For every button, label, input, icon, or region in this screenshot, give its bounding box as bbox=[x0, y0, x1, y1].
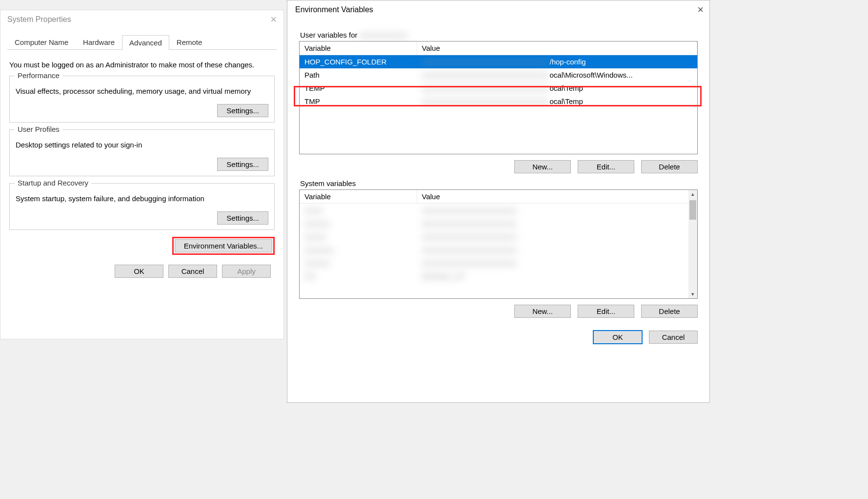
cell-value: xxxxxxxxxxxxxxxxxxxxxxxxxxxxxxxxxxxocal\… bbox=[417, 68, 697, 82]
group-legend: Startup and Recovery bbox=[15, 179, 91, 187]
col-variable[interactable]: Variable bbox=[300, 190, 417, 204]
group-legend: User Profiles bbox=[15, 125, 62, 133]
table-row[interactable]: xxxxxxxxxxxxxxxxxxxxxxxxxxxxxxxxxx bbox=[300, 243, 697, 256]
redacted: xxxxxxx bbox=[300, 256, 417, 270]
redacted: xxxxxxxxxxxxxxxxxxxxxxxxxx bbox=[417, 204, 697, 217]
cell-variable: TMP bbox=[300, 95, 417, 108]
redacted: xxxxxxxxxxxxxxxxxxxxxxxxxx bbox=[417, 230, 697, 243]
user-profiles-settings-button[interactable]: Settings... bbox=[217, 158, 268, 171]
col-value[interactable]: Value bbox=[417, 190, 697, 204]
environment-variables-button[interactable]: Environment Variables... bbox=[175, 239, 272, 252]
table-row[interactable]: TEMP xxxxxxxxxxxxxxxxxxxxxxxxxxxxxxxxxxx… bbox=[300, 82, 697, 95]
system-section-label: System variables bbox=[300, 179, 709, 187]
group-desc: Desktop settings related to your sign-in bbox=[16, 141, 268, 149]
redacted: xxxxxx bbox=[300, 230, 417, 243]
startup-settings-button[interactable]: Settings... bbox=[217, 211, 268, 225]
group-desc: System startup, system failure, and debu… bbox=[16, 194, 268, 203]
user-variables-table[interactable]: Variable Value HOP_CONFIG_FOLDER xxxxxxx… bbox=[299, 41, 698, 154]
system-delete-button[interactable]: Delete bbox=[641, 305, 698, 318]
table-row[interactable]: xxxxxxxxxxxxxxxxxxxxxxxxxxxxxxx bbox=[300, 204, 697, 217]
col-variable[interactable]: Variable bbox=[300, 42, 417, 55]
redacted: xxxxxxx bbox=[300, 217, 417, 230]
ok-button[interactable]: OK bbox=[115, 265, 163, 278]
close-icon[interactable]: × bbox=[270, 14, 277, 25]
scroll-down-icon[interactable]: ▾ bbox=[691, 291, 694, 297]
redacted-username: xxxxxxxxxxxxx bbox=[360, 31, 506, 39]
system-variables-table[interactable]: Variable Value xxxxxxxxxxxxxxxxxxxxxxxxx… bbox=[299, 189, 698, 299]
user-new-button[interactable]: New... bbox=[514, 160, 571, 173]
tab-advanced[interactable]: Advanced bbox=[122, 35, 169, 50]
cell-value: xxxxxxxxxxxxxxxxxxxxxxxxxxxxxxxxxxxocal\… bbox=[417, 82, 697, 95]
user-edit-button[interactable]: Edit... bbox=[578, 160, 634, 173]
cell-value: xxxxxxxxxxxxxxxxxxxxxxxxxxxxxxxxxxx/hop-… bbox=[417, 55, 697, 69]
titlebar: System Properties × bbox=[0, 10, 283, 28]
tab-hardware[interactable]: Hardware bbox=[76, 35, 122, 49]
tab-computer-name[interactable]: Computer Name bbox=[7, 35, 76, 49]
redacted: xxxxxxxxxxxxxxxxxxxxxxxxxx bbox=[417, 256, 697, 270]
group-desc: Visual effects, processor scheduling, me… bbox=[16, 87, 268, 95]
user-variables-section: User variables for xxxxxxxxxxxxx Variabl… bbox=[287, 31, 709, 173]
environment-variables-dialog: Environment Variables × User variables f… bbox=[287, 0, 710, 403]
user-vars-buttons: New... Edit... Delete bbox=[287, 160, 698, 173]
cell-value: xxxxxxxxxxxxxxxxxxxxxxxxxxxxxxxxxxxocal\… bbox=[417, 95, 697, 108]
group-startup-recovery: Startup and Recovery System startup, sys… bbox=[9, 183, 275, 230]
redacted: xxxxxxxxxxxxxxxxxxxxxxxxxx bbox=[417, 217, 697, 230]
table-header-row: Variable Value bbox=[300, 190, 697, 204]
intro-text: You must be logged on as an Administrato… bbox=[9, 61, 275, 69]
table-row[interactable]: OS Windows_NT bbox=[300, 270, 697, 283]
scrollbar[interactable]: ▴ ▾ bbox=[688, 190, 697, 298]
tab-remote[interactable]: Remote bbox=[169, 35, 210, 49]
env-button-highlight: Environment Variables... bbox=[172, 237, 275, 255]
table-row[interactable]: TMP xxxxxxxxxxxxxxxxxxxxxxxxxxxxxxxxxxxo… bbox=[300, 95, 697, 108]
redacted: xxxxxxxxxxxxxxxxxxxxxxxxxxxxxxxxxxx bbox=[422, 97, 550, 105]
redacted: xxxxx bbox=[300, 204, 417, 217]
redacted: xxxxxxxxxxxxxxxxxxxxxxxxxx bbox=[417, 243, 697, 256]
performance-settings-button[interactable]: Settings... bbox=[217, 104, 268, 117]
system-properties-dialog: System Properties × Computer Name Hardwa… bbox=[0, 10, 284, 339]
table-row[interactable]: xxxxxxxxxxxxxxxxxxxxxxxxxxxxxxxxx bbox=[300, 256, 697, 270]
system-new-button[interactable]: New... bbox=[514, 305, 571, 318]
redacted: xxxxxxxxxxxxxxxxxxxxxxxxxxxxxxxxxxx bbox=[422, 84, 550, 92]
table-row[interactable]: Path xxxxxxxxxxxxxxxxxxxxxxxxxxxxxxxxxxx… bbox=[300, 68, 697, 82]
group-performance: Performance Visual effects, processor sc… bbox=[9, 76, 275, 123]
cell-variable: HOP_CONFIG_FOLDER bbox=[300, 55, 417, 69]
window-title: System Properties bbox=[7, 15, 71, 24]
group-legend: Performance bbox=[15, 71, 62, 80]
table-row[interactable]: xxxxxxxxxxxxxxxxxxxxxxxxxxxxxxxx bbox=[300, 230, 697, 243]
tabs: Computer Name Hardware Advanced Remote bbox=[7, 35, 277, 50]
titlebar: Environment Variables × bbox=[287, 0, 709, 25]
redacted: xxxxxxxxxxxxxxxxxxxxxxxxxxxxxxxxxxx bbox=[422, 58, 550, 66]
user-section-label: User variables for xxxxxxxxxxxxx bbox=[300, 31, 709, 39]
user-delete-button[interactable]: Delete bbox=[641, 160, 698, 173]
system-vars-buttons: New... Edit... Delete bbox=[287, 305, 698, 318]
dialog-footer: OK Cancel bbox=[287, 322, 709, 349]
system-edit-button[interactable]: Edit... bbox=[578, 305, 634, 318]
group-user-profiles: User Profiles Desktop settings related t… bbox=[9, 129, 275, 176]
cell-variable: TEMP bbox=[300, 82, 417, 95]
col-value[interactable]: Value bbox=[417, 42, 697, 55]
cell-value: Windows_NT bbox=[417, 270, 697, 283]
user-section-label-text: User variables for bbox=[300, 31, 358, 39]
cell-variable: Path bbox=[300, 68, 417, 82]
ok-button[interactable]: OK bbox=[593, 331, 642, 344]
table-row[interactable]: HOP_CONFIG_FOLDER xxxxxxxxxxxxxxxxxxxxxx… bbox=[300, 55, 697, 69]
cancel-button[interactable]: Cancel bbox=[649, 331, 698, 344]
dialog-body: You must be logged on as an Administrato… bbox=[0, 50, 283, 284]
window-title: Environment Variables bbox=[295, 5, 373, 14]
scroll-up-icon[interactable]: ▴ bbox=[691, 191, 694, 197]
cancel-button[interactable]: Cancel bbox=[168, 265, 217, 278]
apply-button[interactable]: Apply bbox=[222, 265, 271, 278]
redacted: xxxxxxxx bbox=[300, 243, 417, 256]
scroll-thumb[interactable] bbox=[689, 200, 696, 220]
cell-variable: OS bbox=[300, 270, 417, 283]
close-icon[interactable]: × bbox=[697, 4, 704, 15]
table-row[interactable]: xxxxxxxxxxxxxxxxxxxxxxxxxxxxxxxxx bbox=[300, 217, 697, 230]
redacted: xxxxxxxxxxxxxxxxxxxxxxxxxxxxxxxxxxx bbox=[422, 71, 550, 79]
table-header-row: Variable Value bbox=[300, 42, 697, 55]
